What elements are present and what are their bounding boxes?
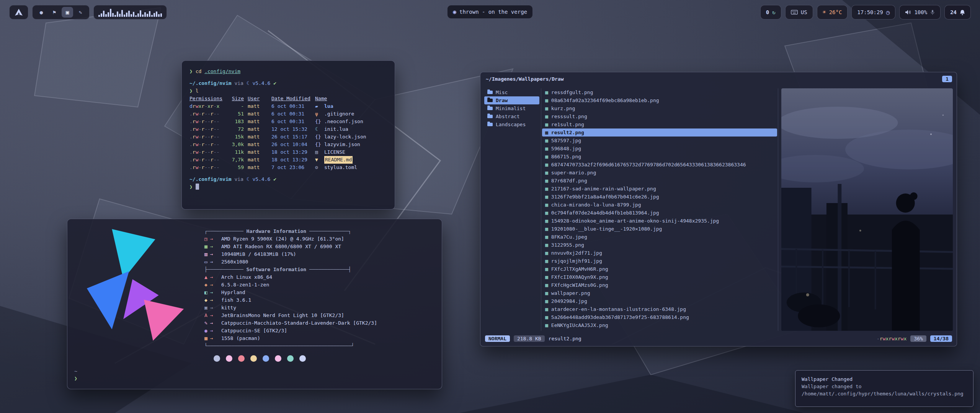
command-cd: cd [196, 68, 202, 74]
fetch-info-line: A JetBrainsMono Nerd Font Light 10 [GTK2… [204, 312, 442, 319]
file-type-icon: ▰ [315, 102, 321, 110]
fetch-info-line: ◈ 6.5.8-zen1-1-zen [204, 281, 442, 289]
file-item[interactable]: resssult.png [542, 112, 777, 120]
directory-item[interactable]: Misc [484, 88, 539, 96]
file-manager-window[interactable]: ~/Imagenes/Wallpapers/Draw 1 Misc Draw M… [480, 72, 957, 346]
prompt-chevron: ❯ [189, 184, 193, 190]
directory-item[interactable]: Landscapes [484, 120, 539, 128]
notification-popup[interactable]: Wallpaper Changed Wallpaper changed to /… [795, 370, 973, 407]
terminal-window-fetch[interactable]: ┌──────────── Hardware Information ─────… [67, 219, 442, 389]
file-item[interactable]: super-mario.png [542, 169, 777, 177]
file-item[interactable]: FXfcJlTXgAMvH6R.png [542, 265, 777, 273]
file-item[interactable]: 596848.jpg [542, 145, 777, 153]
image-file-icon [545, 250, 548, 256]
file-item[interactable]: atardecer-en-la-montanas-ilustracion-634… [542, 305, 777, 313]
file-name: 217167-sad-anime-rain-wallpaper.png [551, 186, 656, 192]
keyboard-layout-widget[interactable]: US [785, 5, 813, 20]
directory-item[interactable]: Draw [484, 96, 539, 104]
file-item[interactable]: result2.png [542, 128, 777, 137]
app-launcher-button[interactable] [9, 5, 28, 20]
file-name: 596848.jpg [551, 146, 581, 151]
file-item[interactable]: 5a266e448add93deab367d87173e9f25-6837886… [542, 313, 777, 321]
visualizer-bar [101, 13, 102, 17]
file-item[interactable]: 154928-odinokoe_anime-art-anime-okno-sin… [542, 217, 777, 225]
file-item[interactable]: 19201080-__blue-tinge__-1920×1080.jpg [542, 225, 777, 233]
ls-table-row: drwxr-xr-x - matt 6 oct 00:31 ▰ lua [189, 102, 387, 110]
file-item[interactable]: 8FKa7Cu.jpeg [542, 233, 777, 241]
file-name: chica-mirando-la-luna-8799.jpg [551, 202, 641, 208]
fetch-info-line: ▭ 980x413 [204, 258, 442, 266]
ls-table-row: .rw-r--r-- 7,7k matt 18 oct 13:29 ▼ READ… [189, 156, 387, 164]
terminal-window-nvim[interactable]: ❯ cd .config/nvim ~/.config/nvim via ☾ v… [181, 60, 395, 210]
image-file-icon [545, 162, 548, 167]
file-name: stylua.toml [324, 164, 357, 171]
file-item[interactable]: chica-mirando-la-luna-8799.jpg [542, 201, 777, 209]
weather-widget[interactable]: ☀ 26°C [817, 5, 848, 20]
palette-dot [263, 355, 269, 362]
directory-name: Landscapes [496, 122, 526, 127]
file-item[interactable]: wallpaper.png [542, 289, 777, 297]
file-name: 154928-odinokoe_anime-art-anime-okno-sin… [551, 218, 719, 224]
updates-icon: ↻ [772, 9, 775, 15]
volume-widget[interactable]: 100% [899, 5, 941, 20]
prompt-path: ~/.config/nvim [189, 176, 232, 182]
fetch-info-column: ┌──────────── Hardware Information ─────… [204, 219, 442, 362]
workspace-button[interactable]: ▣ [62, 7, 73, 18]
file-item[interactable]: FXfcHgcWIAMzs0G.png [542, 281, 777, 289]
col-header-permissions: Permissions [189, 95, 222, 102]
media-widget[interactable]: ◉ thrown - on the verge [447, 5, 533, 19]
workspace-switcher: ● ⚑ ▣ ✎ [32, 5, 90, 20]
directory-item[interactable]: Minimalist [484, 104, 539, 112]
updates-widget[interactable]: 0 ↻ [760, 5, 781, 20]
file-name: ressdfgult.png [551, 89, 593, 95]
file-date: 6 oct 00:31 [271, 110, 311, 118]
image-file-icon [545, 298, 548, 304]
image-file-icon [545, 306, 548, 312]
file-item[interactable]: FXfcII0X0AQyn9X.png [542, 273, 777, 281]
file-item[interactable]: 68747470733a2f2f696d616765732d7769786d70… [542, 161, 777, 169]
file-item[interactable]: nnvuv0xj2df71.jpg [542, 249, 777, 257]
hardware-info-list: ◳ AMD Ryzen 9 5900X (24) @ 4.9GHz [61.3°… [204, 235, 442, 266]
workspace-button[interactable]: ✎ [75, 7, 86, 18]
file-item[interactable]: 87r687df.png [542, 177, 777, 185]
prompt-input-line[interactable]: ❯ [189, 183, 387, 191]
file-item[interactable]: 587597.jpg [542, 137, 777, 145]
prompt-path: ~/.config/nvim [189, 80, 232, 86]
file-item[interactable]: 08a634fa02a32364f69ebc86a98eb1eb.png [542, 96, 777, 104]
clock-widget[interactable]: 17:50:29 ◷ [851, 5, 895, 20]
file-item[interactable]: rsjqojlmjhf91.jpg [542, 257, 777, 265]
visualizer-bar [156, 11, 157, 17]
file-item[interactable]: ressdfgult.png [542, 88, 777, 96]
workspace-button[interactable]: ⚑ [49, 7, 60, 18]
file-item[interactable]: EeNKYgIUcAAJ5JX.png [542, 321, 777, 329]
file-name: init.lua [324, 125, 348, 133]
file-item[interactable]: 20492984.jpg [542, 297, 777, 305]
col-header-date: Date Modified [271, 95, 311, 102]
file-item[interactable]: 217167-sad-anime-rain-wallpaper.png [542, 185, 777, 193]
fetch-info-line: ▦ 1558 (pacman) [204, 335, 442, 342]
workspace-button[interactable]: ● [36, 7, 47, 18]
tab-badge[interactable]: 1 [942, 76, 952, 82]
image-file-icon [545, 322, 548, 328]
filesize-badge: 218.8 KB [514, 335, 545, 342]
fetch-prompt[interactable]: ~ ❯ [74, 367, 77, 382]
file-item[interactable]: 866715.png [542, 153, 777, 161]
visualizer-bar [105, 14, 107, 17]
visualizer-bar [110, 9, 111, 17]
media-title: thrown - on the verge [459, 9, 527, 15]
file-list-panel: ressdfgult.png 08a634fa02a32364f69ebc86a… [541, 88, 778, 331]
file-item[interactable]: 3122955.png [542, 241, 777, 249]
software-item-value: Catppuccin-SE [GTK2/3] [221, 327, 287, 335]
file-item[interactable]: 0c794faf07de24a4db4d4fb1eb813964.jpg [542, 209, 777, 217]
file-item[interactable]: re1sult.png [542, 120, 777, 128]
directory-item[interactable]: Abstract [484, 112, 539, 120]
software-item-icon: ✎ [204, 319, 221, 327]
directory-name: Draw [496, 98, 508, 103]
file-item[interactable]: kurz.png [542, 104, 777, 112]
lua-icon: ☾ [247, 176, 250, 182]
clock-icon: ◷ [886, 9, 890, 16]
fetch-info-line: ▣ kitty [204, 304, 442, 312]
notifications-widget[interactable]: 24 [944, 5, 971, 20]
visualizer-bar [158, 14, 160, 17]
file-item[interactable]: 3126f7e9bbf21a8a4af0b67b041c6e26.jpg [542, 193, 777, 201]
